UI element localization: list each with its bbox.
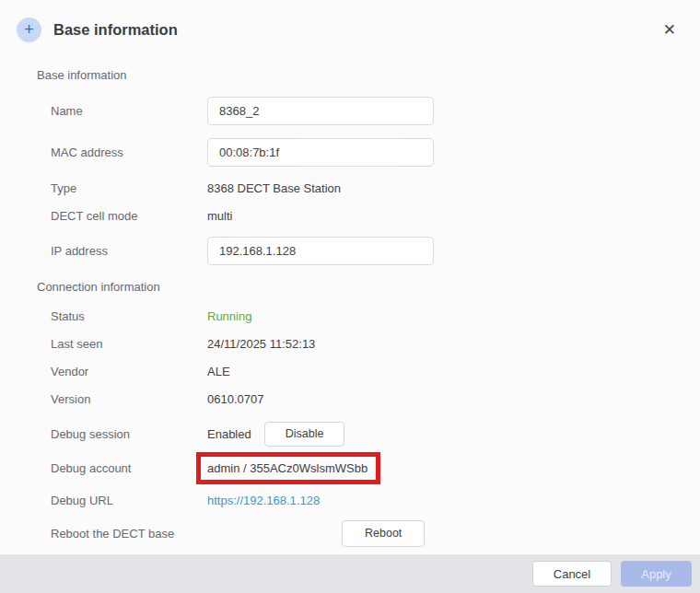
base-information-dialog: + Base information ✕ Base information Na…: [0, 0, 700, 593]
status-label: Status: [37, 309, 207, 323]
debug-url-link[interactable]: https://192.168.1.128: [207, 494, 320, 507]
type-label: Type: [37, 181, 207, 195]
name-label: Name: [37, 104, 207, 118]
row-name: Name: [37, 97, 663, 125]
debug-account-value: admin / 355ACz0WslsmWSbb: [207, 461, 368, 475]
mac-redaction-blur: [294, 145, 401, 160]
section-label-base-information: Base information: [37, 66, 663, 85]
vendor-value: ALE: [207, 365, 230, 378]
row-debug-session: Debug session Enabled Disable: [37, 418, 663, 449]
reboot-button[interactable]: Reboot: [342, 520, 425, 547]
dect-cell-mode-label: DECT cell mode: [37, 209, 207, 223]
row-type: Type 8368 DECT Base Station: [37, 174, 663, 202]
row-status: Status Running: [37, 302, 663, 330]
row-vendor: Vendor ALE: [37, 357, 663, 385]
type-value: 8368 DECT Base Station: [207, 181, 341, 195]
row-reboot: Reboot the DECT base Reboot: [37, 519, 663, 547]
status-value: Running: [207, 309, 251, 323]
dialog-content: Base information Name MAC address Type 8…: [0, 59, 700, 547]
row-last-seen: Last seen 24/11/2025 11:52:13: [37, 330, 663, 357]
row-debug-url: Debug URL https://192.168.1.128: [37, 486, 663, 514]
last-seen-value: 24/11/2025 11:52:13: [207, 337, 315, 351]
row-mac-address: MAC address: [37, 138, 663, 167]
row-debug-account: Debug account admin / 355ACz0WslsmWSbb: [37, 451, 663, 484]
mac-address-label: MAC address: [37, 145, 207, 159]
dialog-header: + Base information ✕: [0, 0, 700, 59]
close-icon[interactable]: ✕: [659, 18, 680, 41]
debug-account-label: Debug account: [37, 461, 207, 475]
ip-address-label: IP address: [37, 244, 207, 258]
dialog-footer: Cancel Apply: [0, 554, 700, 593]
plus-icon[interactable]: +: [17, 17, 41, 42]
debug-url-label: Debug URL: [37, 494, 207, 507]
row-ip-address: IP address: [37, 237, 663, 265]
cancel-button[interactable]: Cancel: [532, 561, 612, 587]
debug-session-value: Enabled: [207, 427, 251, 441]
section-label-connection-information: Connection information: [37, 278, 663, 296]
reboot-label: Reboot the DECT base: [37, 527, 207, 541]
name-input[interactable]: [207, 97, 434, 125]
row-dect-cell-mode: DECT cell mode multi: [37, 202, 663, 229]
apply-button[interactable]: Apply: [621, 561, 692, 587]
version-value: 0610.0707: [207, 392, 263, 406]
debug-account-highlight-box: admin / 355ACz0WslsmWSbb: [196, 452, 380, 484]
row-version: Version 0610.0707: [37, 385, 663, 413]
disable-button[interactable]: Disable: [264, 422, 345, 447]
page-title: Base information: [53, 21, 178, 39]
debug-session-label: Debug session: [37, 427, 207, 441]
vendor-label: Vendor: [37, 365, 207, 378]
dect-cell-mode-value: multi: [207, 209, 232, 223]
last-seen-label: Last seen: [37, 337, 207, 351]
ip-address-input[interactable]: [207, 237, 434, 265]
version-label: Version: [37, 392, 207, 406]
